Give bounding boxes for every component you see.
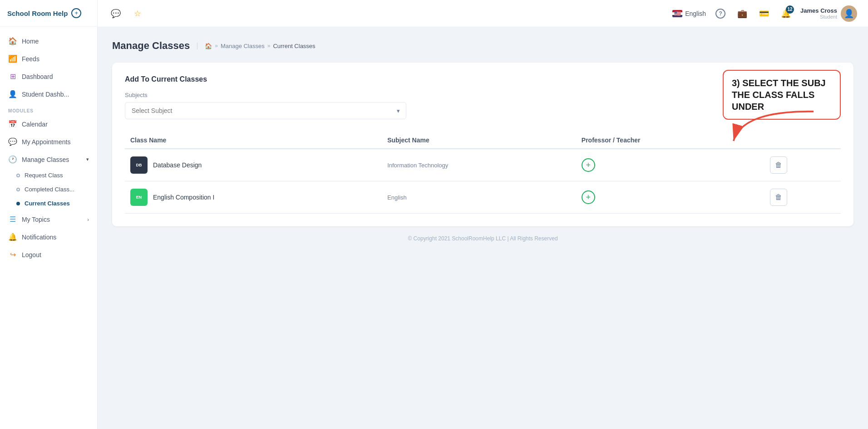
class-thumb-1: DB	[130, 156, 148, 174]
sidebar-item-dashboard[interactable]: ⊞ Dashboard	[0, 68, 97, 85]
notification-badge: 12	[786, 5, 794, 14]
star-icon-btn[interactable]: ☆	[130, 6, 145, 21]
sidebar-item-my-topics[interactable]: ☰ My Topics ›	[0, 210, 97, 228]
sub-dot-current	[16, 202, 20, 205]
sidebar-item-feeds-label: Feeds	[22, 55, 39, 63]
sidebar-item-student-dash[interactable]: 👤 Student Dashb...	[0, 85, 97, 103]
dashboard-icon: ⊞	[8, 72, 17, 81]
sidebar-item-home[interactable]: 🏠 Home	[0, 32, 97, 50]
sidebar-sub-request-label: Request Class	[25, 172, 63, 179]
sidebar-item-logout[interactable]: ↪ Logout	[0, 246, 97, 263]
subject-name-1: Information Technology	[387, 162, 448, 169]
callout-text: 3) SELECT THE SUBJ THE CLASS FALLS UNDER	[732, 77, 832, 112]
breadcrumb-current: Current Classes	[273, 43, 315, 49]
help-icon-btn[interactable]: ?	[713, 6, 728, 21]
card-icon: 💳	[759, 9, 769, 19]
appointments-icon: 💬	[8, 137, 17, 146]
add-professor-btn-2[interactable]: +	[582, 190, 595, 204]
sidebar-logo[interactable]: School Room Help +	[0, 0, 97, 27]
page-header: Manage Classes 🏠 » Manage Classes » Curr…	[112, 40, 853, 52]
subject-name-2: English	[387, 194, 407, 201]
sidebar-sub-current-classes[interactable]: Current Classes	[0, 196, 97, 210]
sidebar-sub-request-class[interactable]: Request Class	[0, 168, 97, 182]
sidebar-item-student-label: Student Dashb...	[22, 91, 69, 98]
logout-icon: ↪	[8, 250, 17, 259]
class-name-2: English Composition I	[153, 194, 214, 201]
breadcrumb: 🏠 » Manage Classes » Current Classes	[197, 43, 315, 49]
col-professor: Professor / Teacher	[576, 132, 765, 149]
sub-dot-request	[16, 174, 20, 177]
calendar-icon: 📅	[8, 120, 17, 128]
sidebar-item-appointments-label: My Appointments	[22, 138, 70, 146]
sidebar-item-manage-classes[interactable]: 🕐 Manage Classes ▾	[0, 151, 97, 168]
sidebar-item-notifications-label: Notifications	[22, 234, 56, 241]
subjects-select-input[interactable]	[125, 102, 406, 119]
footer-text: © Copyright 2021 SchoolRoomHelp LLC | Al…	[408, 235, 557, 242]
user-info[interactable]: James Cross Student 👤	[800, 5, 857, 22]
user-name: James Cross	[800, 7, 837, 14]
chevron-down-icon: ▾	[86, 156, 89, 162]
sidebar: School Room Help + 🏠 Home 📶 Feeds ⊞ Dash…	[0, 0, 98, 429]
feeds-icon: 📶	[8, 54, 17, 63]
sidebar-item-notifications[interactable]: 🔔 Notifications	[0, 228, 97, 246]
manage-classes-label: Manage Classes	[22, 156, 69, 163]
topbar-left: 💬 ☆	[108, 6, 145, 21]
breadcrumb-sep-1: »	[215, 43, 218, 49]
breadcrumb-sep-2: »	[267, 43, 271, 49]
class-row-name-2: EN English Composition I	[130, 189, 376, 206]
sidebar-item-feeds[interactable]: 📶 Feeds	[0, 50, 97, 68]
main-content: 💬 ☆ 🇺🇸 English ? 💼 💳 🔔 12	[98, 0, 868, 429]
callout-box: 3) SELECT THE SUBJ THE CLASS FALLS UNDER	[723, 70, 841, 120]
student-icon: 👤	[8, 90, 17, 98]
sidebar-item-calendar-label: Calendar	[22, 121, 48, 128]
sidebar-sub-completed-label: Completed Class...	[25, 186, 74, 193]
main-card: 3) SELECT THE SUBJ THE CLASS FALLS UNDER…	[112, 63, 853, 226]
star-icon: ☆	[134, 9, 141, 19]
topbar: 💬 ☆ 🇺🇸 English ? 💼 💳 🔔 12	[98, 0, 868, 27]
footer: © Copyright 2021 SchoolRoomHelp LLC | Al…	[112, 226, 853, 251]
modules-section-label: MODULES	[0, 103, 97, 115]
manage-classes-icon: 🕐	[8, 155, 17, 164]
card-icon-btn[interactable]: 💳	[757, 6, 771, 21]
chat-icon-btn[interactable]: 💬	[108, 6, 123, 21]
sidebar-sub-completed-class[interactable]: Completed Class...	[0, 182, 97, 196]
sidebar-nav: 🏠 Home 📶 Feeds ⊞ Dashboard 👤 Student Das…	[0, 27, 97, 429]
table-row: DB Database Design Information Technolog…	[125, 149, 841, 181]
flag-icon: 🇺🇸	[672, 10, 682, 17]
col-actions	[764, 132, 841, 149]
breadcrumb-home-icon[interactable]: 🏠	[205, 43, 212, 49]
language-selector[interactable]: 🇺🇸 English	[672, 10, 706, 17]
topbar-right: 🇺🇸 English ? 💼 💳 🔔 12 James Cross Studen…	[672, 5, 857, 22]
table-row: EN English Composition I English +	[125, 181, 841, 214]
briefcase-icon-btn[interactable]: 💼	[735, 6, 750, 21]
thumb-label-1: DB	[136, 163, 142, 167]
user-role: Student	[800, 14, 837, 20]
sidebar-item-calendar[interactable]: 📅 Calendar	[0, 115, 97, 133]
class-thumb-2: EN	[130, 189, 148, 206]
subjects-select-wrapper: ▾	[125, 102, 406, 119]
delete-btn-1[interactable]: 🗑	[770, 156, 787, 174]
add-professor-btn-1[interactable]: +	[582, 158, 595, 172]
avatar: 👤	[841, 5, 857, 22]
my-topics-icon: ☰	[8, 215, 17, 224]
sidebar-item-logout-label: Logout	[22, 251, 41, 258]
sidebar-item-appointments[interactable]: 💬 My Appointments	[0, 133, 97, 151]
briefcase-icon: 💼	[737, 9, 747, 19]
bell-icon-btn[interactable]: 🔔 12	[779, 6, 793, 21]
notifications-icon: 🔔	[8, 233, 17, 241]
sidebar-item-home-label: Home	[22, 38, 39, 45]
sub-dot-completed	[16, 188, 20, 191]
page-content: Manage Classes 🏠 » Manage Classes » Curr…	[98, 27, 868, 429]
breadcrumb-manage-classes[interactable]: Manage Classes	[221, 43, 265, 49]
logo-icon: +	[71, 8, 81, 18]
sidebar-item-my-topics-label: My Topics	[22, 216, 50, 223]
sidebar-sub-current-label: Current Classes	[25, 200, 70, 207]
col-subject-name: Subject Name	[382, 132, 576, 149]
chevron-right-icon: ›	[87, 217, 89, 222]
class-row-name-1: DB Database Design	[130, 156, 376, 174]
user-text: James Cross Student	[800, 7, 837, 20]
app-name: School Room Help	[7, 10, 68, 17]
delete-btn-2[interactable]: 🗑	[770, 189, 787, 206]
sidebar-item-dashboard-label: Dashboard	[22, 73, 53, 80]
chat-icon: 💬	[111, 9, 121, 19]
